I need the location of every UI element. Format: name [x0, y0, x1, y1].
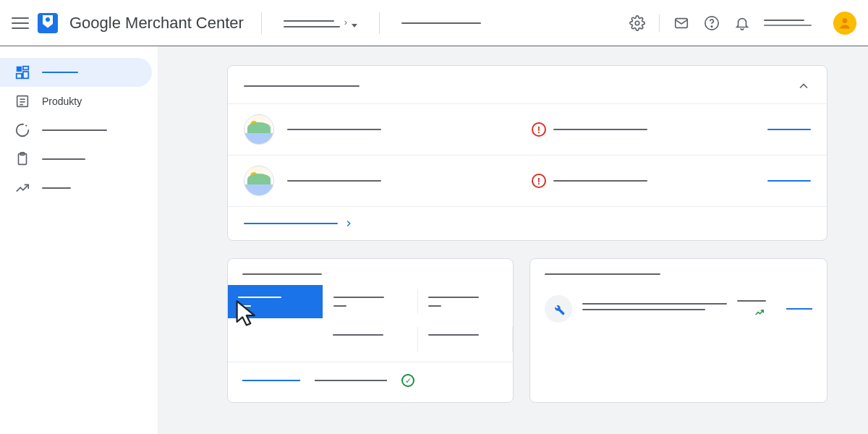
trend-up-icon — [753, 307, 766, 318]
product-name — [287, 129, 381, 130]
metric-value — [428, 305, 441, 307]
stats-footer-link[interactable] — [242, 380, 300, 381]
product-row[interactable]: ! — [228, 155, 827, 206]
product-status-text — [553, 129, 647, 130]
product-name — [287, 180, 381, 182]
dashboard-icon — [14, 64, 30, 80]
account-selector[interactable]: › — [271, 19, 370, 27]
app-title: Google Merchant Center — [67, 14, 252, 33]
chevron-right-icon: › — [344, 17, 347, 27]
product-thumb-icon — [244, 166, 274, 196]
metric-label — [428, 297, 479, 298]
sidebar-nav: Produkty — [0, 46, 158, 434]
recommendation-stat — [737, 300, 766, 302]
recommendation-item[interactable] — [530, 289, 827, 328]
svg-rect-6 — [23, 67, 28, 70]
trending-up-icon — [14, 180, 30, 196]
header-account-link[interactable] — [764, 20, 812, 26]
settings-icon[interactable] — [629, 14, 646, 32]
app-header: Google Merchant Center › — [0, 0, 868, 46]
cursor-icon — [232, 298, 264, 330]
check-icon: ✓ — [401, 374, 414, 387]
metric-cell[interactable] — [418, 327, 513, 352]
notifications-icon[interactable] — [733, 14, 751, 32]
wrench-icon — [545, 295, 572, 323]
chevron-up-icon — [796, 79, 811, 93]
sidebar-item-orders[interactable] — [0, 145, 152, 174]
card-title — [244, 85, 359, 87]
divider — [659, 14, 660, 32]
product-action-link[interactable] — [767, 129, 811, 130]
sidebar-item-overview[interactable] — [0, 58, 152, 87]
recommendation-text — [582, 303, 727, 305]
caret-down-icon — [352, 24, 357, 27]
svg-point-3 — [711, 25, 712, 26]
stats-footer-text — [315, 380, 387, 381]
stats-card: ✓ — [227, 258, 514, 403]
clipboard-icon — [14, 151, 30, 167]
svg-rect-7 — [23, 72, 28, 78]
metric-cell[interactable] — [228, 285, 323, 318]
metric-cell[interactable] — [323, 327, 417, 352]
recommendations-card — [529, 258, 827, 403]
sidebar-item-label — [42, 187, 71, 189]
sidebar-item-products[interactable]: Produkty — [0, 87, 152, 116]
svg-point-0 — [635, 21, 639, 25]
donut-icon — [14, 122, 30, 138]
metric-value — [333, 305, 346, 307]
product-status-text — [553, 180, 647, 182]
view-all-products-link[interactable] — [228, 206, 827, 240]
header-context-text — [388, 22, 494, 24]
divider — [261, 12, 262, 34]
card-title — [242, 273, 322, 275]
collapse-icon[interactable] — [796, 79, 811, 93]
error-icon: ! — [532, 122, 546, 137]
sidebar-item-label — [42, 129, 107, 131]
sidebar-item-performance[interactable] — [0, 116, 152, 145]
list-icon — [14, 93, 30, 109]
metric-cell[interactable] — [323, 289, 419, 314]
metric-cell[interactable] — [228, 327, 323, 352]
main-content: ! ! — [158, 46, 868, 434]
product-row[interactable]: ! — [228, 103, 827, 155]
sidebar-item-label: Produkty — [42, 95, 82, 107]
error-icon: ! — [532, 174, 546, 188]
svg-rect-8 — [17, 74, 22, 78]
sidebar-item-label — [42, 72, 78, 73]
mail-icon[interactable] — [673, 14, 690, 32]
app-logo-icon[interactable] — [38, 13, 58, 33]
sidebar-item-growth[interactable] — [0, 174, 152, 203]
sidebar-item-label — [42, 158, 85, 160]
user-avatar[interactable] — [833, 12, 856, 35]
svg-rect-5 — [17, 67, 22, 72]
card-title — [545, 273, 660, 275]
product-thumb-icon — [244, 114, 274, 145]
recommendation-action-link[interactable] — [786, 308, 812, 310]
person-icon — [838, 16, 852, 30]
menu-icon[interactable] — [12, 14, 29, 32]
help-icon[interactable] — [703, 14, 720, 32]
product-action-link[interactable] — [767, 180, 811, 182]
svg-point-4 — [843, 18, 848, 23]
recommendation-text — [582, 309, 705, 310]
chevron-right-icon — [344, 218, 354, 229]
metric-cell[interactable] — [418, 289, 513, 314]
divider — [379, 12, 380, 34]
products-status-card: ! ! — [227, 65, 827, 241]
metric-label — [333, 297, 384, 298]
